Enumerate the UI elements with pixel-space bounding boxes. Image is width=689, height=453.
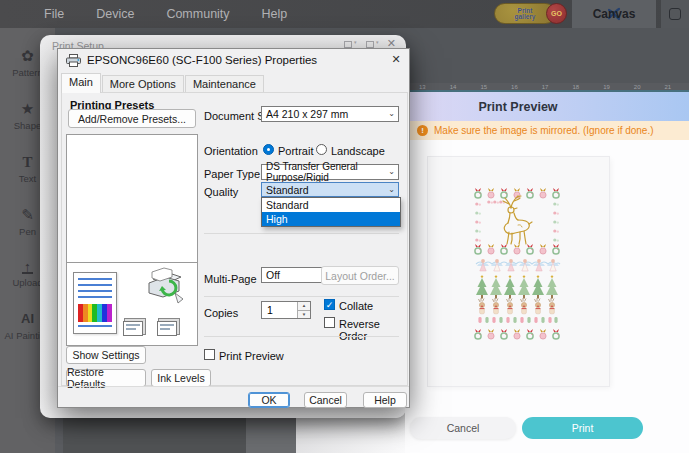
window-toolbar-icon-1[interactable] [344, 41, 352, 48]
preview-artwork [474, 187, 562, 347]
tab-main[interactable]: Main [61, 73, 101, 93]
shape-icon: ★ [21, 101, 34, 117]
layout-order-button: Layout Order... [321, 266, 399, 285]
multi-page-label: Multi-Page [204, 273, 257, 285]
printer-icon [66, 54, 81, 67]
printer-graphic-icon [139, 267, 189, 309]
mirror-warning-banner: ! Make sure the image is mirrored. (Igno… [405, 121, 689, 140]
chevron-down-icon: ⌄ [388, 167, 395, 176]
ai-painting-icon: AI [21, 311, 34, 327]
paper-stack-icon-2 [157, 321, 177, 336]
ok-button[interactable]: OK [248, 392, 290, 408]
collate-label: Collate [339, 300, 373, 312]
quality-label: Quality [204, 186, 238, 198]
pen-icon: ✎ [21, 207, 34, 223]
print-preview-checkbox[interactable] [204, 349, 215, 360]
copies-label: Copies [204, 307, 238, 319]
menu-help[interactable]: Help [262, 7, 288, 21]
quality-dropdown-list: Standard High [261, 197, 401, 227]
quality-option-standard[interactable]: Standard [262, 198, 400, 212]
dialog-tabs: Main More Options Maintenance [61, 73, 265, 93]
paper-type-label: Paper Type [204, 168, 260, 180]
reverse-order-checkbox[interactable] [324, 317, 335, 328]
window-toolbar-icon-2[interactable] [366, 41, 374, 48]
paper-type-select[interactable]: DS Transfer General Purpose/Rigid⌄ [261, 164, 399, 180]
dialog-close-icon[interactable]: ✕ [383, 49, 409, 70]
menu-community[interactable]: Community [166, 7, 229, 21]
collate-checkbox[interactable]: ✓ [324, 299, 335, 310]
landscape-radio[interactable] [316, 144, 327, 155]
app-window: File Device Community Help Print gallery… [0, 0, 689, 453]
print-preview-checkbox-label: Print Preview [219, 350, 284, 362]
dialog-title: EPSONC96E60 (SC-F100 Series) Properties [87, 54, 317, 66]
horizontal-ruler: 131415161718192021 [410, 83, 689, 92]
print-preview-panel: Print Preview ! Make sure the image is m… [405, 92, 689, 453]
go-badge[interactable]: GO [546, 3, 567, 24]
menu-file[interactable]: File [44, 7, 64, 21]
tab-export[interactable] [661, 0, 689, 28]
restore-defaults-button[interactable]: Restore Defaults [66, 369, 146, 387]
dialog-title-bar: EPSONC96E60 (SC-F100 Series) Properties [58, 49, 409, 71]
upload-icon: ↑ [22, 260, 34, 274]
landscape-label: Landscape [331, 145, 385, 157]
text-icon: T [22, 154, 32, 170]
document-thumbnail [73, 272, 117, 334]
paper-stack-icon-1 [123, 321, 143, 336]
chevron-down-icon: ⌄ [388, 185, 395, 194]
print-preview-header: Print Preview [405, 92, 689, 121]
tab-canvas[interactable]: Canvas [572, 0, 656, 28]
add-remove-presets-button[interactable]: Add/Remove Presets... [68, 109, 196, 128]
ink-levels-button[interactable]: Ink Levels [151, 369, 211, 387]
quality-option-high[interactable]: High [262, 212, 400, 226]
preview-thumbnail-box [66, 262, 198, 346]
portrait-label: Portrait [278, 145, 313, 157]
preview-print-button[interactable]: Print [522, 417, 643, 439]
help-button[interactable]: Help [363, 392, 407, 408]
orientation-label: Orientation [204, 145, 258, 157]
portrait-radio[interactable] [263, 144, 274, 155]
tab-maintenance[interactable]: Maintenance [185, 75, 264, 93]
presets-list[interactable] [66, 134, 198, 263]
pattern-icon: ✿ [21, 48, 34, 64]
export-icon [669, 8, 681, 20]
copies-down-icon[interactable]: ▼ [298, 311, 310, 319]
cancel-button[interactable]: Cancel [304, 392, 347, 408]
copies-up-icon[interactable]: ▲ [298, 302, 310, 311]
preview-cancel-button[interactable]: Cancel [410, 417, 516, 439]
menu-device[interactable]: Device [96, 7, 134, 21]
copies-stepper[interactable]: 1 ▲▼ [261, 301, 311, 319]
printer-properties-dialog: EPSONC96E60 (SC-F100 Series) Properties … [57, 48, 410, 408]
tab-more-options[interactable]: More Options [102, 75, 184, 93]
chevron-down-icon: ⌄ [388, 109, 395, 118]
quality-select[interactable]: Standard⌄ [261, 182, 399, 197]
show-settings-button[interactable]: Show Settings [66, 346, 146, 364]
warning-icon: ! [417, 125, 428, 136]
reverse-order-label: Reverse Order [339, 318, 409, 342]
preview-page [428, 157, 609, 386]
document-size-select[interactable]: A4 210 x 297 mm⌄ [261, 106, 399, 122]
